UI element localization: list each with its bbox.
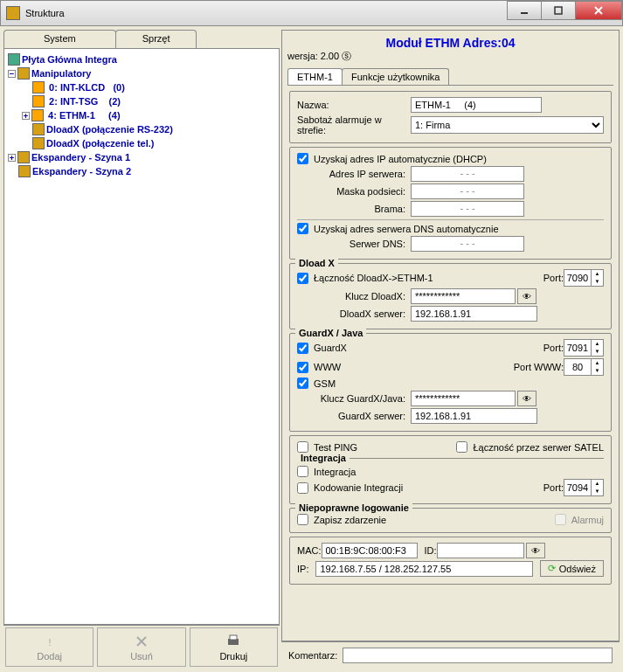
ip-input: - - - — [411, 166, 524, 182]
expand-icon[interactable]: + — [22, 112, 30, 120]
tree-item[interactable]: DloadX (połączenie tel.) — [8, 136, 275, 150]
sabot-select[interactable]: 1: Firma — [411, 116, 604, 134]
dloadx-key-label: Klucz DloadX: — [297, 291, 411, 301]
save-event-checkbox[interactable] — [297, 514, 308, 525]
device-icon — [32, 95, 45, 107]
tab-userfn[interactable]: Funkcje użytkownika — [342, 68, 450, 85]
window-title: Struktura — [25, 8, 508, 18]
delete-button: Usuń — [97, 627, 185, 667]
gw-label: Brama: — [297, 204, 411, 214]
ipaddr-input[interactable] — [315, 561, 532, 577]
svg-rect-8 — [230, 635, 237, 640]
guardx-key-label: Klucz GuardX/Java: — [297, 393, 411, 404]
reveal-icon[interactable]: 👁 — [526, 543, 545, 558]
dns-label: Serwer DNS: — [297, 239, 411, 249]
refresh-button[interactable]: ⟳Odśwież — [540, 560, 604, 577]
tree-item[interactable]: 0: INT-KLCD (0) — [8, 80, 275, 94]
device-icon — [31, 109, 44, 121]
dloadx-conn-label: Łączność DloadX->ETHM-1 — [314, 273, 543, 283]
comment-input[interactable] — [343, 648, 613, 663]
device-icon — [32, 81, 45, 94]
tree-item-selected[interactable]: + 4: ETHM-1 (4) — [8, 108, 275, 122]
tree-item[interactable]: DloadX (połączenie RS-232) — [8, 122, 275, 136]
bus-icon — [17, 151, 30, 163]
folder-icon — [17, 67, 30, 80]
tree-exp1[interactable]: +Ekspandery - Szyna 1 — [8, 150, 275, 164]
gw-input: - - - — [411, 201, 524, 217]
dloadx-srv-label: DloadX serwer: — [297, 308, 411, 319]
tree-item[interactable]: 2: INT-TSG (2) — [8, 94, 275, 108]
badlogin-title: Niepoprawne logowanie — [295, 502, 412, 513]
comment-label: Komentarz: — [288, 650, 337, 661]
maximize-button[interactable] — [541, 1, 576, 20]
coding-checkbox[interactable] — [297, 482, 308, 494]
mac-label: MAC: — [297, 545, 322, 556]
dloadx-conn-checkbox[interactable] — [297, 273, 308, 284]
dloadx-port-input[interactable]: ▲▼ — [564, 269, 604, 287]
app-icon — [6, 6, 20, 20]
integ-port-input[interactable]: ▲▼ — [564, 479, 604, 496]
id-input[interactable] — [437, 543, 524, 558]
ip-label: Adres IP serwera: — [297, 169, 411, 179]
tab-hardware[interactable]: Sprzęt — [115, 30, 197, 49]
guardx-port-input[interactable]: ▲▼ — [564, 339, 604, 357]
name-input[interactable] — [411, 97, 542, 113]
guardx-checkbox[interactable] — [297, 343, 308, 354]
dns-input: - - - — [411, 236, 524, 252]
name-label: Nazwa: — [297, 100, 411, 110]
www-port-input[interactable]: ▲▼ — [564, 358, 604, 376]
board-icon — [8, 53, 20, 66]
add-button: !Dodaj — [5, 627, 93, 667]
reveal-icon[interactable]: 👁 — [517, 391, 536, 406]
expand-icon[interactable]: + — [8, 154, 16, 162]
id-label: ID: — [425, 545, 437, 556]
module-title: Moduł ETHM Adres:04 — [287, 36, 613, 50]
dhcp-label: Uzyskaj adres IP automatycznie (DHCP) — [314, 154, 487, 164]
svg-rect-1 — [555, 7, 562, 14]
guardx-srv-input[interactable] — [411, 408, 537, 424]
refresh-icon: ⟳ — [548, 563, 556, 574]
dloadx-srv-input[interactable] — [411, 306, 537, 322]
minimize-button[interactable] — [507, 1, 542, 20]
mask-label: Maska podsieci: — [297, 186, 411, 197]
alarm-checkbox — [555, 514, 566, 525]
tab-ethm1[interactable]: ETHM-1 — [287, 68, 343, 85]
tree-view[interactable]: Płyta Główna Integra −Manipulatory 0: IN… — [3, 48, 280, 625]
ipaddr-label: IP: — [297, 564, 308, 574]
bus-icon — [18, 165, 31, 177]
titlebar: Struktura — [0, 0, 623, 26]
sabot-label: Sabotaż alarmuje w strefie: — [297, 114, 411, 135]
dns-auto-label: Uzyskaj adres serwera DNS automatycznie — [314, 224, 499, 234]
guardx-key-input[interactable] — [411, 391, 516, 406]
guardx-srv-label: GuardX serwer: — [297, 411, 411, 421]
reveal-icon[interactable]: 👁 — [517, 288, 536, 304]
tree-manipulatory[interactable]: −Manipulatory — [8, 66, 275, 80]
dns-auto-checkbox[interactable] — [297, 223, 308, 234]
dloadx-title: Dload X — [295, 258, 338, 268]
version-label: wersja: 2.00 ⓢ — [287, 50, 613, 63]
svg-text:!: ! — [48, 637, 51, 648]
testping-checkbox[interactable] — [297, 441, 308, 453]
gsm-checkbox[interactable] — [297, 378, 308, 389]
info-icon: ⓢ — [342, 51, 351, 61]
dloadx-key-input[interactable] — [411, 288, 516, 304]
dloadx-port-label: Port: — [543, 273, 564, 283]
close-button[interactable] — [575, 1, 622, 20]
print-button[interactable]: Drukuj — [190, 627, 278, 667]
www-checkbox[interactable] — [297, 362, 308, 373]
satel-checkbox[interactable] — [456, 441, 467, 453]
collapse-icon[interactable]: − — [8, 70, 16, 78]
dhcp-checkbox[interactable] — [297, 153, 308, 164]
guardx-title: GuardX / Java — [295, 328, 366, 338]
conn-icon — [32, 123, 45, 135]
integ-title: Integracja — [297, 453, 350, 463]
conn-icon — [32, 137, 45, 149]
integ-checkbox[interactable] — [297, 466, 308, 477]
mask-input: - - - — [411, 184, 524, 199]
mac-input[interactable] — [322, 543, 418, 558]
tab-system[interactable]: System — [3, 30, 116, 49]
tree-exp2[interactable]: Ekspandery - Szyna 2 — [8, 164, 275, 178]
tree-root[interactable]: Płyta Główna Integra — [8, 52, 275, 66]
